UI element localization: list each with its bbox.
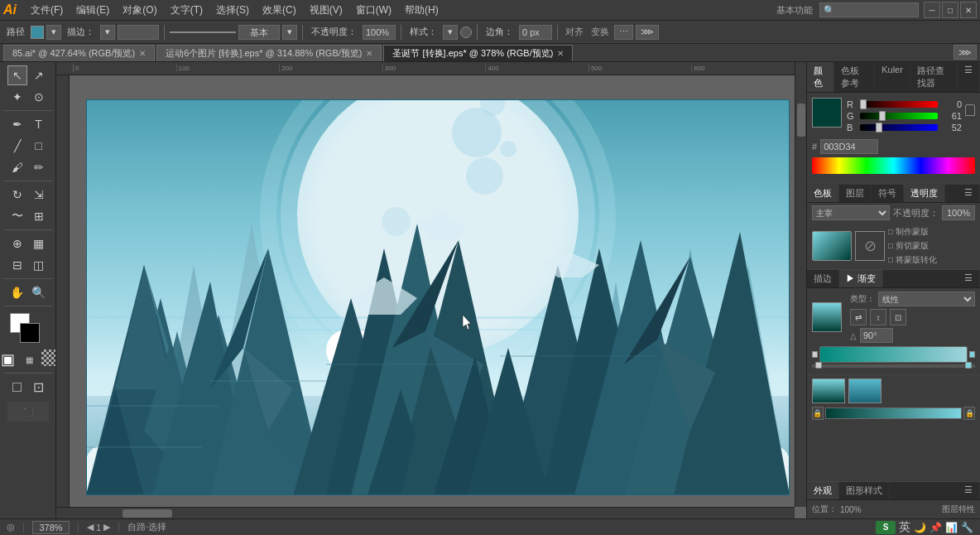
tab-close-1[interactable]: ✕: [366, 49, 372, 58]
lasso-tool[interactable]: ⊙: [29, 87, 49, 107]
color-spectrum[interactable]: [812, 157, 975, 174]
artwork-canvas[interactable]: [86, 99, 790, 495]
gradient-flip[interactable]: ↕: [870, 309, 886, 325]
tab-symbol[interactable]: 符号: [872, 185, 904, 202]
opacity-input[interactable]: [363, 25, 396, 40]
horizontal-scrollbar[interactable]: [56, 507, 795, 518]
pen-tool[interactable]: ✒: [7, 114, 27, 134]
scroll-thumb-v[interactable]: [797, 104, 805, 137]
clip-mask-btn[interactable]: □ 剪切蒙版: [888, 240, 975, 252]
menu-view[interactable]: 视图(V): [304, 2, 348, 19]
stroke-box[interactable]: [20, 323, 40, 343]
tab-color2[interactable]: 色板: [807, 185, 839, 202]
tab-0[interactable]: 85.ai* @ 427.64% (RGB/预览) ✕: [3, 45, 155, 61]
blend-mode-select[interactable]: 主宰 正片叠底 滤色: [812, 205, 890, 220]
panel-menu[interactable]: ☰: [958, 62, 980, 92]
angle-input[interactable]: [860, 328, 893, 343]
tab-swatches[interactable]: 色板参考: [834, 62, 875, 92]
text-tool[interactable]: T: [29, 114, 49, 134]
tab-graph-style[interactable]: 图形样式: [839, 482, 890, 499]
red-slider[interactable]: [860, 101, 938, 108]
more-btn[interactable]: ⋯: [614, 25, 633, 40]
hex-input[interactable]: [820, 139, 878, 154]
opacity-lock[interactable]: 🔒: [963, 407, 975, 420]
search-box[interactable]: 🔍: [819, 2, 919, 17]
menu-effects[interactable]: 效果(C): [257, 2, 302, 19]
options-btn[interactable]: ⋙: [636, 25, 659, 40]
tab-appearance[interactable]: 外观: [807, 482, 839, 499]
tab-graph[interactable]: 图层: [839, 185, 872, 202]
gradient-full-bar[interactable]: [825, 407, 963, 419]
pencil-tool[interactable]: ✏: [29, 157, 49, 177]
menu-text[interactable]: 文字(T): [165, 2, 209, 19]
menu-help[interactable]: 帮助(H): [399, 2, 444, 19]
magic-wand-tool[interactable]: ✦: [7, 87, 27, 107]
none-mode[interactable]: [41, 349, 57, 366]
restore-button[interactable]: □: [942, 2, 958, 18]
gradient-stop-right[interactable]: [969, 351, 975, 358]
color-mode[interactable]: ▣: [0, 349, 18, 369]
paintbrush-tool[interactable]: 🖌: [7, 157, 27, 177]
gradient-stop-left[interactable]: [812, 351, 818, 358]
vertical-scrollbar[interactable]: [795, 62, 806, 507]
stroke-dropdown2[interactable]: ▾: [282, 25, 297, 40]
fill-dropdown[interactable]: ▾: [46, 25, 61, 40]
rotate-tool[interactable]: ↻: [7, 185, 27, 205]
stroke-style-dropdown[interactable]: 基本: [238, 25, 280, 40]
column-graph[interactable]: ▦: [29, 234, 49, 253]
menu-window[interactable]: 窗口(W): [350, 2, 397, 19]
normal-mode[interactable]: □: [7, 377, 27, 397]
tab-close-0[interactable]: ✕: [139, 49, 146, 58]
gradient-reverse[interactable]: ⇄: [850, 309, 867, 325]
free-transform[interactable]: ⊞: [29, 206, 49, 226]
rect-tool[interactable]: □: [29, 136, 49, 156]
tab-2[interactable]: 圣诞节 [转换].eps* @ 378% (RGB/预览) ✕: [383, 45, 573, 61]
selection-tool[interactable]: ↖: [7, 65, 27, 85]
menu-file[interactable]: 文件(F): [25, 2, 69, 19]
menu-select[interactable]: 选择(S): [210, 2, 255, 19]
line-tool[interactable]: ╱: [7, 136, 27, 156]
menu-object[interactable]: 对象(O): [117, 2, 162, 19]
appearance-menu[interactable]: ☰: [958, 482, 980, 499]
opacity-input2[interactable]: [942, 205, 975, 220]
style-dropdown[interactable]: ▾: [443, 25, 458, 40]
close-button[interactable]: ✕: [960, 2, 977, 18]
symbol-sprayer[interactable]: ⊕: [7, 234, 27, 253]
minimize-button[interactable]: ─: [924, 2, 940, 18]
tab-color[interactable]: 颜色: [807, 62, 834, 92]
draw-inside[interactable]: ⊡: [29, 377, 49, 397]
invert-mask-btn[interactable]: □ 将蒙版转化: [888, 254, 975, 266]
corner-input[interactable]: [519, 25, 552, 40]
warp-tool[interactable]: 〜: [7, 206, 27, 226]
stroke-dropdown[interactable]: ▾: [100, 25, 115, 40]
gradient-swatch[interactable]: [812, 302, 842, 332]
tab-arrange-btn[interactable]: ⋙: [954, 45, 977, 60]
transparency-menu[interactable]: ☰: [958, 185, 980, 202]
scale-tool[interactable]: ⇲: [29, 185, 49, 205]
gradient-link[interactable]: ⊡: [890, 309, 906, 325]
gradient-bar[interactable]: [819, 346, 967, 363]
fill-color-preview[interactable]: [31, 26, 44, 39]
blue-slider[interactable]: [860, 124, 938, 131]
hand-tool[interactable]: ✋: [7, 282, 27, 302]
menu-edit[interactable]: 编辑(E): [70, 2, 115, 19]
tab-close-2[interactable]: ✕: [557, 49, 564, 58]
direct-selection-tool[interactable]: ↗: [29, 65, 49, 85]
gradient-menu[interactable]: ☰: [958, 270, 980, 287]
tab-stroke[interactable]: 描边: [807, 270, 839, 287]
canvas-area[interactable]: 0 100 200 300 400 500 600: [56, 62, 806, 518]
tab-gradient[interactable]: ▶ 渐变: [839, 270, 883, 287]
slice-tool[interactable]: ⊟: [7, 255, 27, 275]
tab-kuler[interactable]: Kuler: [875, 62, 910, 92]
zoom-input[interactable]: [32, 521, 70, 534]
color-swatch[interactable]: [812, 98, 842, 128]
lock-indicator[interactable]: 🔒: [812, 407, 824, 420]
gradient-handle-left[interactable]: [815, 362, 822, 369]
make-mask-btn[interactable]: □ 制作蒙版: [888, 226, 975, 238]
gradient-preview-thumb[interactable]: [812, 378, 845, 403]
tab-pathfinder[interactable]: 路径查找器: [910, 62, 958, 92]
stroke-width-input[interactable]: [118, 25, 159, 40]
eraser-tool[interactable]: ◫: [29, 255, 49, 275]
blue-thumb[interactable]: [876, 123, 882, 133]
green-thumb[interactable]: [879, 111, 886, 121]
